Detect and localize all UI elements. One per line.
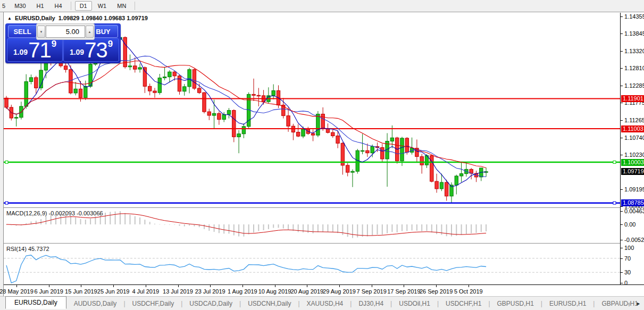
macd-histogram-bar — [248, 224, 249, 234]
sell-price-button[interactable]: 1.09 71 9 — [7, 38, 63, 62]
date-label: 6 Jun 2019 — [34, 288, 63, 295]
macd-histogram-bar — [90, 219, 91, 224]
macd-histogram-bar — [70, 216, 71, 224]
chart-tab-usdcad-daily[interactable]: USDCAD,Daily — [186, 298, 236, 309]
macd-histogram-bar — [268, 224, 269, 229]
price-axis-label: 1.13320 — [624, 48, 644, 54]
rsi-indicator-panel[interactable] — [4, 244, 620, 284]
chart-tab-xauusd-h4[interactable]: XAUUSD,H4 — [304, 298, 347, 309]
macd-histogram-bar — [26, 223, 27, 224]
time-axis-tick — [275, 285, 275, 287]
macd-histogram-bar — [303, 224, 304, 232]
line-handle[interactable] — [613, 161, 616, 164]
date-label: 29 Aug 2019 — [323, 288, 356, 295]
chart-tab-gbpusd-h1[interactable]: GBPUSD,H1 — [494, 298, 537, 309]
tab-separator: | — [350, 300, 352, 307]
timeframe-button-h4[interactable]: H4 — [50, 1, 67, 11]
chart-tab-usdoil-h1[interactable]: USDOil,H1 — [396, 298, 433, 309]
price-axis-label: 0.00 — [624, 221, 635, 228]
volume-decrease-icon[interactable]: ▼ — [37, 26, 45, 38]
tab-separator: | — [390, 300, 392, 307]
macd-histogram-bar — [124, 213, 126, 224]
macd-histogram-bar — [45, 216, 46, 224]
tab-scroll-right-icon[interactable]: ► — [636, 300, 641, 307]
candle-body — [163, 77, 166, 78]
time-axis-tick — [113, 285, 114, 287]
time-axis-tick — [81, 285, 81, 287]
macd-histogram-bar — [208, 224, 210, 231]
candle-body — [198, 88, 201, 93]
price-axis[interactable]: 1.143551.138451.133201.128101.122851.117… — [620, 13, 644, 285]
chart-tab-usdchf-daily[interactable]: USDCHF,Daily — [129, 298, 178, 309]
timeframe-button-d1[interactable]: D1 — [75, 1, 92, 11]
macd-histogram-bar — [317, 224, 319, 232]
panel-separator[interactable] — [4, 207, 644, 210]
timeframe-button-m30[interactable]: M30 — [10, 1, 30, 11]
line-handle[interactable] — [5, 161, 8, 164]
panel-separator[interactable] — [4, 243, 644, 245]
chart-tab-dj30-h4[interactable]: DJ30,H4 — [355, 298, 387, 309]
chart-tab-eurusd-daily[interactable]: EURUSD,Daily — [5, 296, 66, 309]
macd-histogram-bar — [367, 224, 368, 236]
timeframe-button-5[interactable]: 5 — [1, 1, 9, 11]
macd-histogram-bar — [426, 224, 428, 231]
date-label: 28 May 2019 — [0, 288, 34, 295]
candle-body — [227, 111, 230, 115]
sell-button[interactable]: SELL — [8, 25, 37, 38]
macd-histogram-bar — [189, 224, 190, 225]
macd-histogram-bar — [139, 217, 140, 224]
macd-histogram-bar — [362, 224, 363, 237]
buy-price-button[interactable]: 1.09 73 9 — [63, 38, 119, 62]
tab-scroll-left-icon[interactable]: ◄ — [626, 300, 631, 307]
macd-histogram-bar — [342, 224, 343, 235]
candle-body — [79, 89, 82, 97]
volume-increase-icon[interactable]: ▲ — [86, 26, 94, 38]
candle-body — [35, 78, 38, 88]
timeframe-button-h1[interactable]: H1 — [32, 1, 49, 11]
price-axis-label: 1.10740 — [624, 135, 644, 141]
candle-body — [316, 114, 320, 136]
macd-histogram-bar — [461, 224, 462, 235]
time-axis-tick — [146, 285, 146, 287]
candle-body — [351, 171, 354, 172]
macd-histogram-bar — [332, 224, 333, 232]
chart-tab-audusd-daily[interactable]: AUDUSD,Daily — [71, 298, 120, 309]
timeframe-toolbar: 5M30H1H4D1W1MN — [0, 0, 644, 12]
macd-histogram-bar — [36, 221, 37, 224]
price-axis-label: 70 — [624, 255, 631, 262]
candle-body — [24, 82, 28, 107]
timeframe-button-w1[interactable]: W1 — [93, 1, 112, 11]
chart-tab-usdchf-h1[interactable]: USDCHF,H1 — [442, 298, 484, 309]
candle-body — [193, 70, 196, 88]
candle-body — [133, 66, 137, 69]
line-handle[interactable] — [613, 202, 616, 204]
candle-body — [14, 118, 18, 118]
candle-body — [178, 76, 181, 91]
collapse-panel-icon[interactable]: ▲ — [7, 16, 12, 21]
candle-body — [287, 116, 290, 127]
candle-body — [64, 66, 67, 70]
sell-price-pip: 9 — [52, 39, 56, 49]
line-handle[interactable] — [5, 202, 8, 204]
axis-tick — [621, 51, 623, 52]
axis-tick — [621, 86, 623, 86]
candle-body — [445, 182, 448, 196]
time-axis-tick — [49, 285, 49, 287]
date-label: 23 Jul 2019 — [195, 288, 225, 295]
buy-price-main: 73 — [85, 41, 107, 59]
macd-histogram-bar — [456, 224, 457, 236]
macd-histogram-bar — [328, 224, 329, 232]
tab-separator: | — [239, 300, 241, 307]
timeframe-button-mn[interactable]: MN — [112, 1, 131, 11]
macd-histogram-bar — [110, 212, 111, 224]
axis-tick — [621, 283, 623, 283]
macd-histogram-bar — [431, 224, 432, 232]
macd-histogram-bar — [307, 224, 308, 233]
volume-input[interactable]: 5.00 — [46, 26, 85, 38]
macd-histogram-bar — [486, 224, 487, 231]
rsi-line — [6, 255, 486, 283]
time-axis[interactable]: 28 May 20196 Jun 201915 Jun 201925 Jun 2… — [4, 284, 644, 296]
date-label: 17 Sep 2019 — [387, 288, 420, 295]
chart-tab-eurusd-h1[interactable]: EURUSD,H1 — [546, 298, 589, 309]
chart-tab-usdcnh-daily[interactable]: USDCNH,Daily — [245, 298, 294, 309]
